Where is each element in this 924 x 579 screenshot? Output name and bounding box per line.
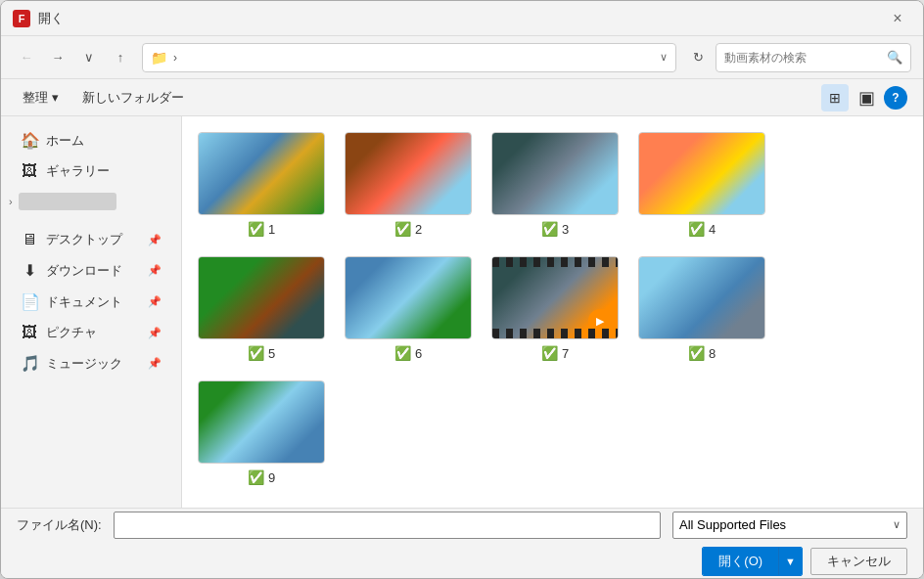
pictures-icon: 🖼 — [21, 324, 38, 341]
search-icon: 🔍 — [887, 50, 902, 65]
thumbnail-4[interactable] — [638, 132, 765, 215]
address-chevron[interactable]: ∨ — [660, 51, 668, 64]
open-arrow-button[interactable]: ▼ — [778, 548, 802, 575]
thumb-image-5 — [199, 257, 324, 338]
help-button[interactable]: ? — [884, 86, 907, 110]
thumb-label-7: 7 — [562, 346, 569, 361]
filetype-label: All Supported Files — [679, 517, 893, 532]
thumb-check-6: ✅ 6 — [394, 345, 422, 361]
thumb-label-9: 9 — [268, 470, 275, 485]
sidebar-expand-item[interactable]: › — [1, 187, 181, 216]
view-buttons: ⊞ ▣ ? — [821, 84, 907, 111]
list-item[interactable]: ✅ 9 — [198, 380, 325, 485]
action-row: 開く(O) ▼ キャンセル — [17, 547, 907, 576]
organize-button[interactable]: 整理 ▾ — [17, 85, 65, 111]
list-item[interactable]: ✅ 8 — [638, 256, 765, 361]
command-bar: 整理 ▾ 新しいフォルダー ⊞ ▣ ? — [1, 79, 923, 116]
thumb-check-3: ✅ 3 — [541, 221, 569, 237]
thumbnail-1[interactable] — [198, 132, 325, 215]
open-button-group: 開く(O) ▼ — [702, 547, 803, 576]
view-grid-button[interactable]: ⊞ — [821, 84, 849, 111]
view-detail-button[interactable]: ▣ — [853, 84, 880, 111]
address-bar[interactable]: 📁 › ∨ — [142, 43, 676, 72]
back-button[interactable]: ← — [13, 44, 40, 71]
thumb-label-4: 4 — [709, 222, 716, 237]
open-button[interactable]: 開く(O) — [703, 548, 778, 575]
sidebar-item-desktop-label: デスクトップ — [46, 231, 140, 248]
up-button[interactable]: ↑ — [107, 44, 134, 71]
check-icon-8: ✅ — [688, 345, 705, 361]
thumbnail-3[interactable] — [491, 132, 619, 215]
documents-icon: 📄 — [21, 292, 38, 311]
sidebar-item-documents-label: ドキュメント — [46, 293, 140, 311]
thumbnail-7[interactable]: ▶ — [491, 256, 619, 339]
thumb-image-9 — [199, 381, 324, 463]
filename-input[interactable] — [114, 512, 661, 539]
list-item[interactable]: ✅ 5 — [198, 256, 325, 361]
app-icon: F — [13, 10, 30, 27]
dropdown-button[interactable]: ∨ — [75, 44, 103, 71]
gallery-icon: 🖼 — [21, 162, 38, 180]
sidebar-item-gallery-label: ギャラリー — [46, 162, 162, 180]
thumbnail-6[interactable] — [345, 256, 472, 339]
thumbnail-9[interactable] — [198, 380, 325, 464]
open-dialog: F 開く × ← → ∨ ↑ 📁 › ∨ ↻ 🔍 整理 ▾ 新しいフォルダー — [0, 0, 924, 579]
thumb-label-2: 2 — [415, 222, 422, 237]
thumbnail-8[interactable] — [638, 256, 765, 339]
pin-icon-download: 📌 — [148, 264, 162, 277]
forward-button[interactable]: → — [44, 44, 71, 71]
thumb-check-9: ✅ 9 — [248, 469, 275, 485]
list-item[interactable]: ✅ 2 — [345, 132, 472, 237]
thumb-check-2: ✅ 2 — [394, 221, 422, 237]
sidebar-item-pictures[interactable]: 🖼 ピクチャ 📌 — [5, 318, 177, 347]
sidebar-item-desktop[interactable]: 🖥 デスクトップ 📌 — [5, 225, 177, 254]
cancel-button[interactable]: キャンセル — [810, 548, 907, 575]
thumb-label-5: 5 — [268, 346, 275, 361]
list-item[interactable]: ✅ 4 — [638, 132, 765, 237]
sidebar-item-gallery[interactable]: 🖼 ギャラリー — [5, 156, 177, 186]
title-bar: F 開く × — [1, 1, 923, 36]
filetype-dropdown[interactable]: All Supported Files ∨ — [672, 512, 907, 539]
toolbar-row: ← → ∨ ↑ 📁 › ∨ ↻ 🔍 — [1, 36, 923, 79]
sidebar-item-pictures-label: ピクチャ — [46, 324, 140, 341]
filetype-arrow-icon: ∨ — [893, 518, 901, 531]
filename-label: ファイル名(N): — [17, 516, 102, 534]
sidebar-item-documents[interactable]: 📄 ドキュメント 📌 — [5, 287, 177, 317]
check-icon-1: ✅ — [248, 221, 264, 237]
pin-icon-music: 📌 — [148, 357, 162, 370]
new-folder-button[interactable]: 新しいフォルダー — [76, 85, 190, 111]
close-button[interactable]: × — [884, 5, 911, 32]
thumb-image-3 — [492, 133, 618, 214]
list-item[interactable]: ✅ 1 — [198, 132, 325, 237]
sidebar-item-home[interactable]: 🏠 ホーム — [5, 125, 177, 156]
thumbnail-5[interactable] — [198, 256, 325, 339]
folder-icon: 📁 — [151, 50, 167, 66]
expand-arrow-icon: › — [9, 196, 13, 207]
check-icon-3: ✅ — [541, 221, 558, 237]
main-content: 🏠 ホーム 🖼 ギャラリー › 🖥 デスクトップ 📌 ⬇ ダウンロード 📌 — [1, 116, 923, 508]
desktop-icon: 🖥 — [21, 231, 38, 248]
thumb-image-2 — [346, 133, 471, 214]
refresh-button[interactable]: ↻ — [684, 44, 712, 71]
check-icon-2: ✅ — [394, 221, 411, 237]
thumb-label-8: 8 — [709, 346, 716, 361]
sidebar-item-music[interactable]: 🎵 ミュージック 📌 — [5, 348, 177, 379]
download-icon: ⬇ — [21, 261, 38, 280]
new-folder-label: 新しいフォルダー — [82, 89, 184, 107]
list-item[interactable]: ✅ 3 — [491, 132, 619, 237]
check-icon-5: ✅ — [248, 345, 264, 361]
list-item[interactable]: ▶ ✅ 7 — [491, 256, 619, 361]
check-icon-4: ✅ — [688, 221, 705, 237]
sidebar-item-music-label: ミュージック — [46, 355, 140, 373]
thumb-check-5: ✅ 5 — [248, 345, 275, 361]
sidebar-item-download[interactable]: ⬇ ダウンロード 📌 — [5, 255, 177, 286]
pin-icon: 📌 — [148, 234, 162, 246]
home-icon: 🏠 — [21, 131, 38, 150]
list-item[interactable]: ✅ 6 — [345, 256, 472, 361]
thumbnail-2[interactable] — [345, 132, 472, 215]
check-icon-6: ✅ — [394, 345, 411, 361]
filename-row: ファイル名(N): All Supported Files ∨ — [17, 512, 907, 539]
check-icon-7: ✅ — [541, 345, 558, 361]
search-input[interactable] — [724, 51, 883, 65]
thumb-label-3: 3 — [562, 222, 569, 237]
